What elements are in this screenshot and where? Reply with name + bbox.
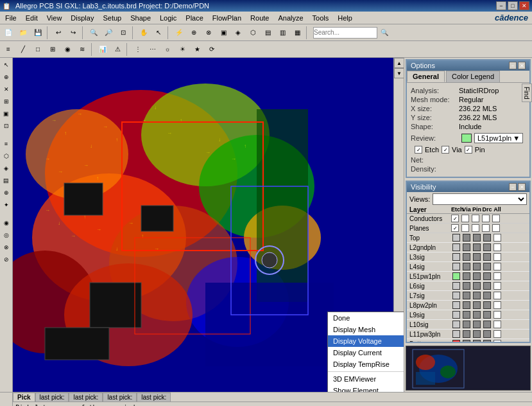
layer-via-square[interactable]	[463, 330, 470, 338]
tab-general[interactable]: General	[407, 71, 445, 82]
layer-pin-square[interactable]	[473, 330, 481, 338]
find-tab[interactable]: Find	[522, 84, 532, 102]
layer-pin-square[interactable]	[473, 340, 481, 342]
etch-checkbox[interactable]	[415, 146, 422, 154]
layer-drc-square[interactable]	[483, 321, 491, 328]
zoom-in-btn[interactable]: 🔍	[87, 26, 101, 40]
lt-btn-12[interactable]: ✦	[1, 199, 12, 211]
layer-etch-square[interactable]	[452, 311, 460, 319]
console-tab-last2[interactable]: last pick:	[69, 393, 103, 402]
menu-place[interactable]: Place	[182, 12, 207, 24]
console-tab-pick[interactable]: Pick	[13, 393, 35, 402]
extra5-btn[interactable]: ★	[190, 42, 204, 57]
layer-etch-square[interactable]	[452, 292, 460, 299]
ctx-display-temprise[interactable]: Display TempRise	[328, 358, 404, 370]
layer-pin-square[interactable]	[473, 272, 481, 280]
layer-etch-square[interactable]	[452, 272, 460, 280]
lt-btn-5[interactable]: ▣	[1, 108, 12, 119]
lt-btn-10[interactable]: ▤	[1, 175, 12, 186]
search-input[interactable]	[313, 27, 377, 39]
layer-all-cb[interactable]	[493, 292, 501, 299]
views-dropdown[interactable]	[433, 193, 527, 205]
menu-view[interactable]: View	[43, 12, 66, 24]
layer-via-square[interactable]	[463, 301, 470, 309]
layer-etch-square[interactable]	[452, 321, 460, 328]
lt-btn-14[interactable]: ◎	[1, 229, 12, 241]
layer-pin-square[interactable]	[473, 301, 481, 309]
planes-cb5[interactable]	[492, 224, 500, 232]
layer-drc-square[interactable]	[483, 292, 491, 299]
layer-drc-square[interactable]	[483, 234, 491, 242]
layer-via-square[interactable]	[463, 234, 470, 242]
layer-all-cb[interactable]	[493, 234, 501, 242]
comp-btn[interactable]: ⊞	[46, 42, 60, 57]
layer-etch-square[interactable]	[452, 330, 460, 338]
layer-pin-square[interactable]	[473, 321, 481, 328]
net-btn[interactable]: ≋	[75, 42, 89, 57]
conductors-cb[interactable]	[451, 215, 459, 222]
layer-etch-square[interactable]	[452, 234, 460, 242]
conductors-cb2[interactable]	[461, 215, 469, 222]
layer-via-square[interactable]	[463, 282, 470, 290]
review-dropdown[interactable]: L51pw1pln ▼	[474, 133, 523, 143]
layer-etch-square[interactable]	[452, 243, 460, 251]
lt-btn-13[interactable]: ◉	[1, 217, 12, 229]
console-tab-last4[interactable]: last pick:	[137, 393, 171, 402]
tool3-btn[interactable]: ⊗	[202, 26, 216, 40]
planes-cb3[interactable]	[472, 224, 479, 232]
layer-via-square[interactable]	[463, 321, 470, 328]
console-tab-last1[interactable]: last pick:	[35, 393, 69, 402]
planes-cb[interactable]	[451, 224, 459, 232]
layer-pin-square[interactable]	[473, 234, 481, 242]
layer-drc-square[interactable]	[483, 340, 491, 342]
lt-btn-16[interactable]: ⊘	[1, 254, 12, 265]
tab-color-legend[interactable]: Color Legend	[446, 71, 500, 82]
layer-pin-square[interactable]	[473, 292, 481, 299]
ctx-done[interactable]: Done	[328, 312, 404, 324]
layer-pin-square[interactable]	[473, 253, 481, 261]
conductors-cb3[interactable]	[472, 215, 479, 222]
via-checkbox[interactable]	[442, 146, 449, 154]
layer-all-cb[interactable]	[493, 301, 501, 309]
layer-btn[interactable]: ≡	[1, 42, 15, 57]
console-tab-last3[interactable]: last pick:	[103, 393, 137, 402]
lt-btn-7[interactable]: ≡	[1, 138, 12, 150]
layer-drc-square[interactable]	[483, 253, 491, 261]
drc-btn[interactable]: ⚠	[110, 42, 124, 57]
close-button[interactable]: ✕	[519, 1, 529, 10]
layer-drc-square[interactable]	[483, 282, 491, 290]
tool7-btn[interactable]: ▤	[261, 26, 275, 40]
lt-btn-2[interactable]: ⊕	[1, 71, 12, 83]
layer-all-cb[interactable]	[493, 340, 501, 342]
layer-drc-square[interactable]	[483, 301, 491, 309]
layer-via-square[interactable]	[463, 243, 470, 251]
layer-etch-square[interactable]	[452, 282, 460, 290]
ctx-display-current[interactable]: Display Current	[328, 347, 404, 358]
planes-cb4[interactable]	[482, 224, 490, 232]
layer-via-square[interactable]	[463, 263, 470, 270]
extra4-btn[interactable]: ☀	[175, 42, 189, 57]
tool6-btn[interactable]: ⬡	[246, 26, 260, 40]
layer-pin-square[interactable]	[473, 282, 481, 290]
layer-etch-square[interactable]	[452, 253, 460, 261]
undo-btn[interactable]: ↩	[51, 26, 65, 40]
layer-drc-square[interactable]	[483, 330, 491, 338]
ctx-3d-emviewer[interactable]: 3D EMViewer	[328, 373, 404, 385]
ctx-display-mesh[interactable]: Display Mesh	[328, 324, 404, 335]
analyze-btn[interactable]: 📊	[96, 42, 110, 57]
lt-btn-11[interactable]: ⊕	[1, 187, 12, 199]
tool8-btn[interactable]: ▥	[275, 26, 289, 40]
lt-btn-8[interactable]: ⬡	[1, 150, 12, 162]
layer-all-cb[interactable]	[493, 282, 501, 290]
ctx-display-voltage[interactable]: Display Voltage	[328, 335, 404, 347]
layer-via-square[interactable]	[463, 292, 470, 299]
visibility-close[interactable]: ✕	[518, 183, 526, 191]
scroll-up-btn[interactable]: ▲	[394, 58, 404, 68]
planes-cb2[interactable]	[461, 224, 469, 232]
options-minimize[interactable]: −	[509, 62, 517, 69]
open-btn[interactable]: 📁	[16, 26, 30, 40]
layer-via-square[interactable]	[463, 340, 470, 342]
menu-help[interactable]: Help	[334, 12, 356, 24]
wire-btn[interactable]: ╱	[16, 42, 30, 57]
layer-drc-square[interactable]	[483, 311, 491, 319]
